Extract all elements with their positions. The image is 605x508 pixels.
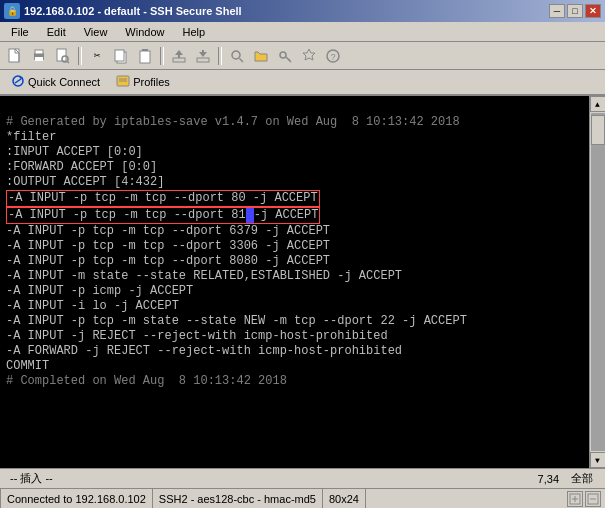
maximize-button[interactable]: □ — [567, 4, 583, 18]
terminal-container: # Generated by iptables-save v1.4.7 on W… — [0, 96, 605, 468]
profiles-label: Profiles — [133, 76, 170, 88]
toolbar-paste[interactable] — [134, 45, 156, 67]
status-icons — [567, 491, 605, 507]
term-line-15: -A INPUT -j REJECT --reject-with icmp-ho… — [6, 329, 388, 343]
connection-status: Connected to 192.168.0.102 — [0, 489, 153, 508]
toolbar-copy[interactable] — [110, 45, 132, 67]
title-bar-buttons: ─ □ ✕ — [549, 4, 601, 18]
scroll-up-button[interactable]: ▲ — [590, 96, 606, 112]
svg-point-21 — [280, 52, 286, 58]
quick-connect-label: Quick Connect — [28, 76, 100, 88]
term-line-16: -A FORWARD -j REJECT --reject-with icmp-… — [6, 344, 402, 358]
insert-mode-label: -- 插入 -- — [4, 471, 270, 486]
toolbar-sep-3 — [218, 47, 222, 65]
svg-rect-15 — [178, 55, 180, 58]
title-bar: 🔒 192.168.0.102 - default - SSH Secure S… — [0, 0, 605, 22]
toolbar-key[interactable] — [274, 45, 296, 67]
toolbar-search-file[interactable] — [52, 45, 74, 67]
svg-rect-13 — [173, 58, 185, 62]
term-line-8: -A INPUT -p tcp -m tcp --dport 6379 -j A… — [6, 224, 330, 238]
term-line-17: COMMIT — [6, 359, 49, 373]
toolbar-upload[interactable] — [168, 45, 190, 67]
menu-help[interactable]: Help — [175, 24, 212, 40]
scroll-down-button[interactable]: ▼ — [590, 452, 606, 468]
toolbar-sep-2 — [160, 47, 164, 65]
quick-connect-button[interactable]: Quick Connect — [4, 71, 107, 93]
term-line-10: -A INPUT -p tcp -m tcp --dport 8080 -j A… — [6, 254, 330, 268]
svg-rect-12 — [140, 51, 150, 63]
term-line-2: *filter — [6, 130, 56, 144]
quick-connect-icon — [11, 74, 25, 90]
all-label: 全部 — [571, 471, 601, 486]
window-title: 192.168.0.102 - default - SSH Secure She… — [24, 5, 242, 17]
menu-edit[interactable]: Edit — [40, 24, 73, 40]
svg-line-28 — [15, 79, 21, 83]
toolbar-print[interactable] — [28, 45, 50, 67]
toolbar-cut[interactable]: ✂ — [86, 45, 108, 67]
svg-rect-10 — [115, 50, 124, 61]
svg-text:?: ? — [331, 53, 336, 63]
term-line-4: :FORWARD ACCEPT [0:0] — [6, 160, 157, 174]
minimize-button[interactable]: ─ — [549, 4, 565, 18]
svg-line-8 — [68, 61, 70, 63]
term-line-18: # Completed on Wed Aug 8 10:13:42 2018 — [6, 374, 287, 388]
terminal-size: 80x24 — [323, 489, 366, 508]
status-bar-2: Connected to 192.168.0.102 SSH2 - aes128… — [0, 488, 605, 508]
term-line-20 — [6, 404, 13, 418]
svg-rect-18 — [202, 50, 204, 55]
terminal[interactable]: # Generated by iptables-save v1.4.7 on W… — [0, 96, 589, 468]
profiles-icon — [116, 74, 130, 90]
menu-window[interactable]: Window — [118, 24, 171, 40]
svg-point-19 — [232, 51, 240, 59]
cursor-position: 7,34 — [538, 473, 567, 485]
svg-rect-5 — [35, 50, 43, 54]
term-line-9: -A INPUT -p tcp -m tcp --dport 3306 -j A… — [6, 239, 330, 253]
svg-marker-24 — [303, 49, 315, 60]
connect-bar: Quick Connect Profiles — [0, 70, 605, 96]
scrollbar-thumb[interactable] — [591, 115, 605, 145]
encryption-status: SSH2 - aes128-cbc - hmac-md5 — [153, 489, 323, 508]
menu-bar: File Edit View Window Help — [0, 22, 605, 42]
menu-file[interactable]: File — [4, 24, 36, 40]
toolbar-folder[interactable] — [250, 45, 272, 67]
term-line-5: :OUTPUT ACCEPT [4:432] — [6, 175, 164, 189]
term-line-6: -A INPUT -p tcp -m tcp --dport 80 -j ACC… — [6, 190, 320, 207]
toolbar: ✂ ? — [0, 42, 605, 70]
toolbar-new[interactable] — [4, 45, 26, 67]
status-icon-1[interactable] — [567, 491, 583, 507]
toolbar-find[interactable] — [226, 45, 248, 67]
toolbar-sep-1 — [78, 47, 82, 65]
toolbar-settings[interactable] — [298, 45, 320, 67]
profiles-button[interactable]: Profiles — [109, 71, 177, 93]
term-line-14: -A INPUT -p tcp -m state --state NEW -m … — [6, 314, 467, 328]
term-line-13: -A INPUT -i lo -j ACCEPT — [6, 299, 179, 313]
svg-rect-4 — [35, 57, 43, 61]
term-line-3: :INPUT ACCEPT [0:0] — [6, 145, 143, 159]
scrollbar-track[interactable] — [591, 113, 605, 451]
term-line-1: # Generated by iptables-save v1.4.7 on W… — [6, 115, 460, 129]
title-bar-left: 🔒 192.168.0.102 - default - SSH Secure S… — [4, 3, 242, 19]
close-button[interactable]: ✕ — [585, 4, 601, 18]
scrollbar[interactable]: ▲ ▼ — [589, 96, 605, 468]
app-icon: 🔒 — [4, 3, 20, 19]
status-icon-2[interactable] — [585, 491, 601, 507]
svg-marker-14 — [175, 50, 183, 55]
term-line-19 — [6, 389, 13, 403]
toolbar-help[interactable]: ? — [322, 45, 344, 67]
status-bar-1: -- 插入 -- 7,34 全部 — [0, 468, 605, 488]
toolbar-download[interactable] — [192, 45, 214, 67]
svg-line-20 — [240, 58, 244, 62]
term-line-7: -A INPUT -p tcp -m tcp --dport 81 -j ACC… — [6, 207, 320, 224]
svg-rect-16 — [197, 58, 209, 62]
term-line-12: -A INPUT -p icmp -j ACCEPT — [6, 284, 193, 298]
term-line-21 — [6, 419, 13, 433]
term-line-11: -A INPUT -m state --state RELATED,ESTABL… — [6, 269, 402, 283]
menu-view[interactable]: View — [77, 24, 115, 40]
cursor — [246, 208, 254, 223]
